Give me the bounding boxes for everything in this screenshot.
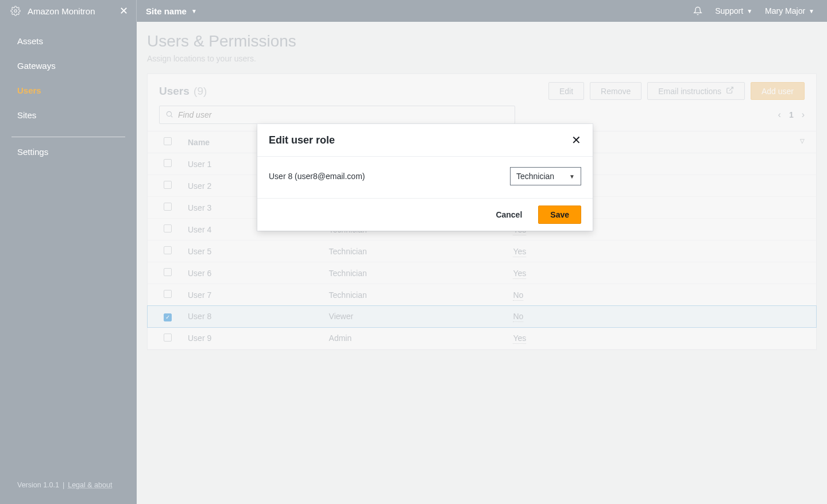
gear-icon [10, 6, 21, 18]
prev-page-button[interactable]: ‹ [778, 110, 781, 120]
topbar: Amazon Monitron ✕ Site name ▼ Support ▼ … [0, 0, 827, 22]
svg-point-2 [167, 111, 171, 116]
topbar-app: Amazon Monitron ✕ [0, 0, 137, 22]
app-name: Amazon Monitron [28, 6, 105, 16]
checkbox-icon [164, 290, 172, 298]
card-title: Users (9) [159, 85, 207, 98]
sidebar: AssetsGatewaysUsersSites Settings Versio… [0, 22, 137, 504]
search-input[interactable] [178, 110, 509, 119]
next-page-button[interactable]: › [802, 110, 805, 120]
cell-project-access: Yes [501, 241, 816, 262]
remove-button[interactable]: Remove [590, 82, 641, 100]
version-label: Version 1.0.1 [17, 481, 59, 489]
support-menu[interactable]: Support ▼ [715, 6, 752, 15]
topbar-right: Support ▼ Mary Major ▼ [693, 0, 827, 22]
sidebar-item-gateways[interactable]: Gateways [0, 53, 137, 78]
cell-role: Technician [318, 241, 502, 262]
svg-point-0 [14, 9, 17, 12]
modal-header: Edit user role ✕ [257, 124, 593, 157]
checkbox-icon [164, 159, 172, 167]
table-row[interactable]: User 5TechnicianYes [148, 241, 816, 262]
sidebar-item-settings[interactable]: Settings [0, 139, 137, 164]
triangle-down-icon: ▼ [569, 173, 575, 180]
card-actions: Edit Remove Email instructions Add user [548, 82, 805, 100]
role-select-value: Technician [516, 172, 554, 181]
modal-close-button[interactable]: ✕ [571, 133, 581, 147]
checkbox-icon [164, 268, 172, 276]
external-link-icon [726, 86, 734, 96]
page-title: Users & Permissions [147, 32, 817, 51]
table-row[interactable]: User 7TechnicianNo [148, 284, 816, 306]
card-header: Users (9) Edit Remove Email instructions… [148, 74, 816, 106]
email-instructions-button[interactable]: Email instructions [647, 82, 745, 100]
site-name-label: Site name [146, 6, 187, 16]
project-access-value: Yes [513, 334, 526, 344]
checkbox-icon [164, 203, 172, 211]
cell-name: User 9 [176, 327, 318, 349]
close-icon[interactable]: ✕ [111, 5, 136, 17]
modal-title: Edit user role [269, 134, 335, 146]
email-instructions-label: Email instructions [658, 87, 721, 96]
sort-icon: ▽ [800, 138, 805, 144]
checkbox-icon [164, 181, 172, 189]
checkbox-icon [164, 224, 172, 232]
table-row[interactable]: User 9AdminYes [148, 327, 816, 349]
row-checkbox-cell[interactable] [148, 284, 176, 306]
row-checkbox-cell[interactable] [148, 327, 176, 349]
save-button[interactable]: Save [538, 206, 581, 224]
row-checkbox-cell[interactable]: ✓ [148, 306, 176, 328]
cell-name: User 8 [176, 306, 318, 328]
row-checkbox-cell[interactable] [148, 153, 176, 175]
svg-line-3 [171, 115, 173, 117]
caret-down-icon: ▼ [191, 8, 197, 14]
cell-project-access: No [501, 284, 816, 306]
role-select[interactable]: Technician ▼ [510, 167, 581, 185]
caret-down-icon: ▼ [809, 8, 814, 14]
row-checkbox-cell[interactable] [148, 219, 176, 241]
legal-link[interactable]: Legal & about [68, 481, 112, 489]
cell-name: User 5 [176, 241, 318, 262]
table-row[interactable]: User 6TechnicianYes [148, 262, 816, 284]
user-name-label: Mary Major [765, 6, 805, 15]
project-access-value: Yes [513, 269, 526, 279]
table-row[interactable]: ✓User 8ViewerNo [148, 306, 816, 328]
search-icon [165, 110, 173, 120]
svg-line-1 [729, 87, 733, 91]
edit-button[interactable]: Edit [548, 82, 584, 100]
row-checkbox-cell[interactable] [148, 262, 176, 284]
row-checkbox-cell[interactable] [148, 241, 176, 262]
modal-footer: Cancel Save [257, 198, 593, 231]
row-checkbox-cell[interactable] [148, 197, 176, 219]
checkbox-icon [164, 246, 172, 254]
site-selector[interactable]: Site name ▼ [137, 0, 197, 22]
checkbox-icon [164, 137, 172, 145]
add-user-button[interactable]: Add user [751, 82, 805, 100]
cell-role: Technician [318, 262, 502, 284]
page-subtitle: Assign locations to your users. [147, 54, 817, 63]
cell-role: Technician [318, 284, 502, 306]
sidebar-item-assets[interactable]: Assets [0, 29, 137, 53]
checkbox-icon: ✓ [164, 313, 172, 321]
search-box[interactable] [159, 106, 515, 124]
sidebar-footer: Version 1.0.1 | Legal & about [0, 481, 137, 504]
edit-user-role-modal: Edit user role ✕ User 8 (user8@email.com… [257, 124, 593, 231]
pagination: ‹ 1 › [778, 110, 805, 120]
cell-project-access: Yes [501, 262, 816, 284]
modal-user-display: User 8 (user8@email.com) [269, 172, 365, 181]
main: Users & Permissions Assign locations to … [137, 22, 827, 504]
user-menu[interactable]: Mary Major ▼ [765, 6, 814, 15]
checkbox-icon [164, 334, 172, 342]
select-all-header[interactable] [148, 131, 176, 153]
notifications-button[interactable] [693, 6, 702, 15]
cell-role: Admin [318, 327, 502, 349]
project-access-value: No [513, 312, 523, 322]
caret-down-icon: ▼ [747, 8, 752, 14]
cell-name: User 7 [176, 284, 318, 306]
cancel-button[interactable]: Cancel [489, 206, 529, 224]
cell-project-access: Yes [501, 327, 816, 349]
sidebar-item-sites[interactable]: Sites [0, 103, 137, 127]
page-number: 1 [789, 110, 794, 119]
row-checkbox-cell[interactable] [148, 175, 176, 197]
sidebar-item-users[interactable]: Users [0, 78, 137, 103]
cell-name: User 6 [176, 262, 318, 284]
